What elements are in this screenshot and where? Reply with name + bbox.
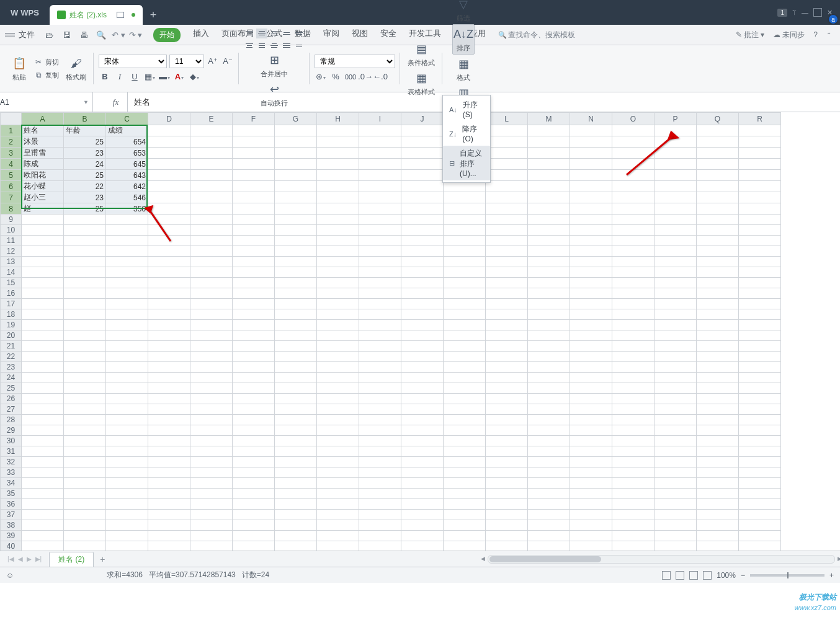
cell-C3[interactable]: 653 <box>106 148 148 159</box>
cell-C16[interactable] <box>106 288 148 299</box>
row-header-15[interactable]: 15 <box>1 278 22 288</box>
cell-O12[interactable] <box>612 246 655 257</box>
cell-D17[interactable] <box>148 299 190 309</box>
cell-O33[interactable] <box>612 467 655 478</box>
cell-I23[interactable] <box>359 362 401 373</box>
cell-Q35[interactable] <box>697 489 739 499</box>
cell-P14[interactable] <box>655 267 697 278</box>
cell-D3[interactable] <box>148 148 190 159</box>
filter-button[interactable]: ▽筛选 <box>453 0 474 24</box>
cell-N24[interactable] <box>570 373 612 383</box>
cell-F14[interactable] <box>233 267 275 278</box>
window-max-icon[interactable] <box>813 8 822 17</box>
fontcolor-button[interactable]: A <box>173 71 185 83</box>
cell-N18[interactable] <box>570 309 612 320</box>
cell-J25[interactable] <box>401 383 444 394</box>
cell-A32[interactable] <box>22 457 64 467</box>
cell-J39[interactable] <box>401 531 444 541</box>
cell-H16[interactable] <box>317 288 359 299</box>
cell-C30[interactable] <box>106 436 148 446</box>
cell-I13[interactable] <box>359 257 401 267</box>
cell-L21[interactable] <box>486 341 528 352</box>
cell-G33[interactable] <box>275 467 317 478</box>
cell-F25[interactable] <box>233 383 275 394</box>
cell-L3[interactable] <box>486 148 528 159</box>
align-left-button[interactable] <box>244 41 255 51</box>
cell-N11[interactable] <box>570 236 612 246</box>
cell-M36[interactable] <box>528 499 570 510</box>
cell-I25[interactable] <box>359 383 401 394</box>
cell-Q8[interactable] <box>697 203 739 215</box>
cell-R37[interactable] <box>739 510 781 520</box>
sync-status[interactable]: 未同步 <box>773 30 805 40</box>
cell-H31[interactable] <box>317 446 359 457</box>
cell-H19[interactable] <box>317 320 359 330</box>
cell-N5[interactable] <box>570 170 612 181</box>
cell-N35[interactable] <box>570 489 612 499</box>
cell-B34[interactable] <box>64 478 106 489</box>
cell-N32[interactable] <box>570 457 612 467</box>
cell-M40[interactable] <box>528 541 570 551</box>
cell-C37[interactable] <box>106 510 148 520</box>
col-header-M[interactable]: M <box>528 113 570 125</box>
cell-C31[interactable] <box>106 446 148 457</box>
cell-F20[interactable] <box>233 330 275 341</box>
cell-A38[interactable] <box>22 520 64 531</box>
cell-J24[interactable] <box>401 373 444 383</box>
cell-P2[interactable] <box>655 136 697 148</box>
cell-N30[interactable] <box>570 436 612 446</box>
cell-C28[interactable] <box>106 415 148 425</box>
cell-B16[interactable] <box>64 288 106 299</box>
cell-D33[interactable] <box>148 467 190 478</box>
cell-N12[interactable] <box>570 246 612 257</box>
cell-I35[interactable] <box>359 489 401 499</box>
cell-B36[interactable] <box>64 499 106 510</box>
cell-C26[interactable] <box>106 394 148 404</box>
cell-G27[interactable] <box>275 404 317 415</box>
cell-E20[interactable] <box>190 330 233 341</box>
cell-D34[interactable] <box>148 478 190 489</box>
cell-D31[interactable] <box>148 446 190 457</box>
cell-H13[interactable] <box>317 257 359 267</box>
cell-H25[interactable] <box>317 383 359 394</box>
cell-B25[interactable] <box>64 383 106 394</box>
cell-M24[interactable] <box>528 373 570 383</box>
cell-G5[interactable] <box>275 170 317 181</box>
cell-O39[interactable] <box>612 531 655 541</box>
cell-K24[interactable] <box>444 373 486 383</box>
cell-L37[interactable] <box>486 510 528 520</box>
cell-M32[interactable] <box>528 457 570 467</box>
font-decrease-button[interactable]: A⁻ <box>221 55 234 68</box>
cell-G28[interactable] <box>275 415 317 425</box>
cell-P12[interactable] <box>655 246 697 257</box>
format-painter-button[interactable]: 🖌格式刷 <box>63 54 89 83</box>
cell-G32[interactable] <box>275 457 317 467</box>
cell-R27[interactable] <box>739 404 781 415</box>
cell-N25[interactable] <box>570 383 612 394</box>
cell-P36[interactable] <box>655 499 697 510</box>
cell-K28[interactable] <box>444 415 486 425</box>
cell-D24[interactable] <box>148 373 190 383</box>
tab-insert[interactable]: 插入 <box>193 28 209 42</box>
cell-Q6[interactable] <box>697 181 739 192</box>
cell-H38[interactable] <box>317 520 359 531</box>
cell-P27[interactable] <box>655 404 697 415</box>
cell-O6[interactable] <box>612 181 655 192</box>
cell-R9[interactable] <box>739 215 781 225</box>
cell-R6[interactable] <box>739 181 781 192</box>
cell-M39[interactable] <box>528 531 570 541</box>
cell-Q38[interactable] <box>697 520 739 531</box>
row-header-19[interactable]: 19 <box>1 320 22 330</box>
cell-H35[interactable] <box>317 489 359 499</box>
align-middle-button[interactable] <box>256 29 267 38</box>
cell-N7[interactable] <box>570 192 612 203</box>
cell-L34[interactable] <box>486 478 528 489</box>
cell-P6[interactable] <box>655 181 697 192</box>
tab-view[interactable]: 视图 <box>352 28 368 42</box>
cell-H9[interactable] <box>317 215 359 225</box>
cell-Q32[interactable] <box>697 457 739 467</box>
row-header-27[interactable]: 27 <box>1 404 22 415</box>
cell-N27[interactable] <box>570 404 612 415</box>
cell-C1[interactable]: 成绩 <box>106 125 148 136</box>
cell-E36[interactable] <box>190 499 233 510</box>
